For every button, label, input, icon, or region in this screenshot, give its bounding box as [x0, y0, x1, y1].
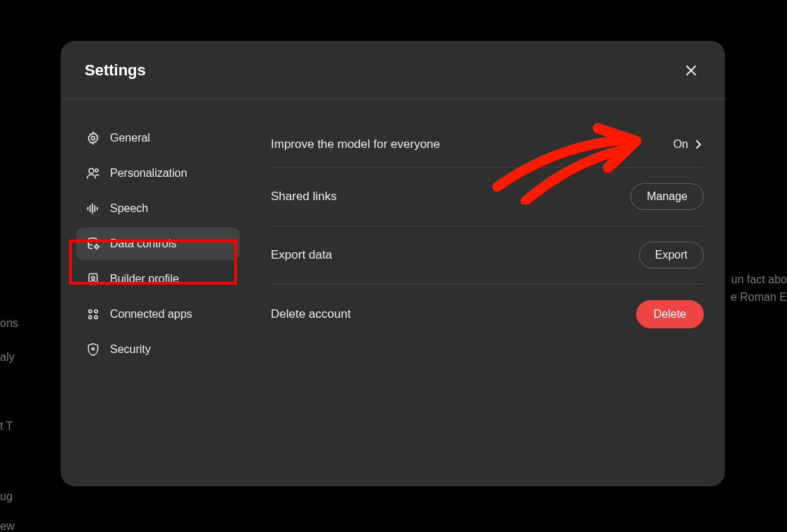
svg-point-11: [95, 245, 98, 248]
setting-row-shared-links: Shared links Manage: [271, 168, 704, 226]
setting-label: Shared links: [271, 190, 337, 204]
svg-point-15: [94, 310, 97, 313]
background-text: ew: [0, 520, 14, 532]
sidebar-item-speech[interactable]: Speech: [76, 192, 240, 225]
improve-model-link[interactable]: On: [673, 138, 704, 151]
setting-label: Delete account: [271, 307, 350, 321]
sidebar-item-label: General: [110, 132, 150, 144]
sidebar-item-label: Builder profile: [110, 273, 179, 285]
svg-point-13: [92, 276, 94, 279]
settings-modal: Settings General: [61, 41, 725, 486]
background-text: ug: [0, 490, 13, 503]
svg-point-10: [88, 238, 97, 242]
sidebar-item-label: Personalization: [110, 167, 187, 180]
setting-row-export-data: Export data Export: [271, 226, 704, 285]
setting-value-text: On: [673, 138, 688, 151]
svg-point-4: [95, 169, 98, 172]
settings-content: Improve the model for everyone On Shared…: [240, 116, 704, 486]
background-text: aly: [0, 351, 14, 364]
setting-label: Improve the model for everyone: [271, 137, 440, 151]
settings-sidebar: General Personalization: [76, 116, 240, 486]
background-text: ons: [0, 317, 18, 330]
settings-gear-icon: [86, 131, 100, 145]
sidebar-item-label: Data controls: [110, 237, 176, 250]
person-icon: [86, 166, 100, 180]
manage-button[interactable]: Manage: [630, 183, 704, 210]
svg-point-14: [89, 310, 92, 313]
apps-grid-icon: [86, 307, 100, 321]
svg-point-3: [89, 168, 94, 173]
sidebar-item-connected-apps[interactable]: Connected apps: [76, 298, 240, 330]
delete-button[interactable]: Delete: [636, 300, 704, 328]
modal-body: General Personalization: [61, 99, 725, 486]
svg-point-18: [92, 348, 94, 350]
sidebar-item-security[interactable]: Security: [76, 333, 240, 366]
sidebar-item-personalization[interactable]: Personalization: [76, 157, 240, 190]
background-text: un fact abo: [731, 273, 787, 286]
background-text: e Roman E: [731, 291, 787, 304]
svg-point-17: [94, 316, 97, 318]
setting-row-improve-model: Improve the model for everyone On: [271, 122, 704, 168]
setting-label: Export data: [271, 248, 332, 262]
sidebar-item-label: Security: [110, 343, 151, 356]
export-button[interactable]: Export: [639, 242, 704, 268]
close-icon: [685, 64, 697, 77]
profile-card-icon: [86, 272, 100, 286]
chevron-right-icon: [693, 139, 704, 150]
shield-icon: [86, 342, 100, 357]
modal-title: Settings: [85, 61, 146, 80]
sidebar-item-builder-profile[interactable]: Builder profile: [76, 263, 240, 295]
waveform-icon: [86, 202, 100, 216]
setting-row-delete-account: Delete account Delete: [271, 285, 704, 344]
svg-point-16: [89, 316, 92, 318]
background-text: t T: [0, 420, 13, 433]
svg-point-2: [92, 137, 95, 140]
database-icon: [86, 237, 100, 251]
close-button[interactable]: [681, 61, 701, 80]
modal-header: Settings: [61, 41, 725, 99]
sidebar-item-general[interactable]: General: [76, 122, 240, 154]
sidebar-item-data-controls[interactable]: Data controls: [76, 228, 240, 260]
sidebar-item-label: Connected apps: [110, 308, 193, 321]
sidebar-item-label: Speech: [110, 202, 148, 215]
